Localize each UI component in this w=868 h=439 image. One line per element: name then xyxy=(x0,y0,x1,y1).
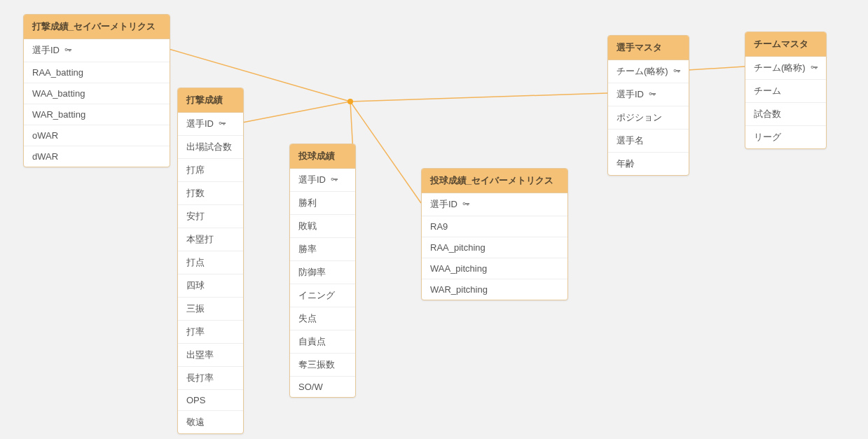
table-player-master[interactable]: 選手マスタ チーム(略称)選手IDポジション選手名年齢 xyxy=(607,35,689,176)
table-pitching-saber[interactable]: 投球成績_セイバーメトリクス 選手IDRA9RAA_pitchingWAA_pi… xyxy=(421,168,568,300)
column-label: WAA_pitching xyxy=(430,263,487,274)
column-row[interactable]: チーム xyxy=(745,79,826,102)
table-header[interactable]: 投球成績 xyxy=(290,144,355,169)
column-label: dWAR xyxy=(32,151,58,162)
column-row[interactable]: 選手ID xyxy=(178,113,243,135)
column-row[interactable]: 選手名 xyxy=(608,129,689,152)
column-label: 試合数 xyxy=(754,108,781,120)
column-row[interactable]: 出塁率 xyxy=(178,343,243,366)
table-header[interactable]: 打撃成績 xyxy=(178,88,243,113)
key-icon xyxy=(330,176,338,184)
key-icon xyxy=(218,120,226,128)
column-label: ポジション xyxy=(616,111,662,124)
column-row[interactable]: dWAR xyxy=(24,146,170,167)
key-icon xyxy=(64,46,72,55)
column-label: 打席 xyxy=(186,164,205,176)
column-row[interactable]: OPS xyxy=(178,389,243,410)
column-row[interactable]: 自責点 xyxy=(290,330,355,353)
column-row[interactable]: SO/W xyxy=(290,376,355,397)
column-label: 防御率 xyxy=(298,266,326,279)
column-label: 選手ID xyxy=(32,44,60,57)
column-row[interactable]: 選手ID xyxy=(422,193,567,216)
table-team-master[interactable]: チームマスタ チーム(略称)チーム試合数リーグ xyxy=(745,32,827,149)
table-batting[interactable]: 打撃成績 選手ID出場試合数打席打数安打本塁打打点四球三振打率出塁率長打率OPS… xyxy=(177,88,244,434)
svg-line-1 xyxy=(242,102,350,123)
column-label: 選手ID xyxy=(616,88,644,101)
table-header[interactable]: 打撃成績_セイバーメトリクス xyxy=(24,15,170,39)
column-row[interactable]: WAA_pitching xyxy=(422,258,567,279)
column-row[interactable]: WAR_batting xyxy=(24,104,170,125)
column-label: WAA_batting xyxy=(32,88,85,99)
column-row[interactable]: 打数 xyxy=(178,181,243,204)
table-pitching[interactable]: 投球成績 選手ID勝利敗戦勝率防御率イニング失点自責点奪三振数SO/W xyxy=(289,144,356,398)
column-label: RAA_batting xyxy=(32,67,83,78)
column-label: チーム(略称) xyxy=(754,62,806,74)
column-label: 選手ID xyxy=(430,198,457,211)
column-row[interactable]: WAA_batting xyxy=(24,83,170,104)
column-row[interactable]: 出場試合数 xyxy=(178,135,243,158)
column-label: 敬遠 xyxy=(186,416,205,428)
column-row[interactable]: ポジション xyxy=(608,106,689,129)
table-batting-saber[interactable]: 打撃成績_セイバーメトリクス 選手IDRAA_battingWAA_battin… xyxy=(23,14,170,167)
diagram-canvas[interactable]: 打撃成績_セイバーメトリクス 選手IDRAA_battingWAA_battin… xyxy=(0,0,868,439)
column-label: 安打 xyxy=(186,210,205,223)
column-row[interactable]: 選手ID xyxy=(290,169,355,191)
column-row[interactable]: 失点 xyxy=(290,307,355,330)
column-label: 年齢 xyxy=(616,158,635,170)
column-row[interactable]: RA9 xyxy=(422,216,567,237)
key-icon xyxy=(462,200,470,209)
column-label: イニング xyxy=(298,289,335,302)
svg-line-5 xyxy=(688,67,745,70)
key-icon xyxy=(648,90,656,99)
column-row[interactable]: 試合数 xyxy=(745,102,826,125)
column-row[interactable]: 打点 xyxy=(178,251,243,274)
column-label: リーグ xyxy=(754,131,781,144)
column-row[interactable]: 三振 xyxy=(178,297,243,320)
column-row[interactable]: oWAR xyxy=(24,125,170,146)
column-label: 本塁打 xyxy=(186,233,214,246)
column-row[interactable]: 敗戦 xyxy=(290,214,355,237)
column-row[interactable]: 打率 xyxy=(178,320,243,343)
table-header[interactable]: チームマスタ xyxy=(745,32,826,57)
column-row[interactable]: RAA_pitching xyxy=(422,237,567,258)
column-row[interactable]: 年齢 xyxy=(608,152,689,175)
column-label: oWAR xyxy=(32,130,58,141)
column-row[interactable]: 勝利 xyxy=(290,191,355,214)
column-label: 長打率 xyxy=(186,372,214,384)
column-row[interactable]: チーム(略称) xyxy=(608,60,689,83)
column-row[interactable]: イニング xyxy=(290,284,355,307)
key-icon xyxy=(810,64,818,72)
column-row[interactable]: 選手ID xyxy=(608,83,689,106)
column-row[interactable]: 四球 xyxy=(178,274,243,297)
svg-line-4 xyxy=(350,93,607,102)
column-row[interactable]: 防御率 xyxy=(290,260,355,284)
column-row[interactable]: WAR_pitching xyxy=(422,279,567,300)
column-label: WAR_pitching xyxy=(430,284,488,295)
column-row[interactable]: 打席 xyxy=(178,158,243,181)
table-header[interactable]: 選手マスタ xyxy=(608,36,689,60)
column-row[interactable]: 長打率 xyxy=(178,366,243,389)
column-row[interactable]: 選手ID xyxy=(24,39,170,62)
column-label: RA9 xyxy=(430,221,448,232)
column-label: 勝率 xyxy=(298,243,317,256)
column-label: チーム xyxy=(754,85,781,97)
column-label: RAA_pitching xyxy=(430,242,485,253)
column-row[interactable]: リーグ xyxy=(745,125,826,148)
column-label: 選手ID xyxy=(186,118,214,130)
column-label: 敗戦 xyxy=(298,220,317,232)
column-row[interactable]: チーム(略称) xyxy=(745,57,826,79)
column-row[interactable]: 安打 xyxy=(178,204,243,228)
column-label: 打点 xyxy=(186,256,205,269)
table-header[interactable]: 投球成績_セイバーメトリクス xyxy=(422,169,567,193)
column-label: 打数 xyxy=(186,187,205,200)
column-row[interactable]: 勝率 xyxy=(290,237,355,260)
column-label: 出場試合数 xyxy=(186,141,232,153)
column-label: SO/W xyxy=(298,382,323,392)
svg-line-3 xyxy=(350,102,421,203)
column-row[interactable]: 敬遠 xyxy=(178,410,243,433)
column-row[interactable]: RAA_batting xyxy=(24,62,170,83)
key-icon xyxy=(673,67,681,76)
column-label: OPS xyxy=(186,395,205,405)
column-row[interactable]: 本塁打 xyxy=(178,228,243,251)
column-row[interactable]: 奪三振数 xyxy=(290,353,355,376)
